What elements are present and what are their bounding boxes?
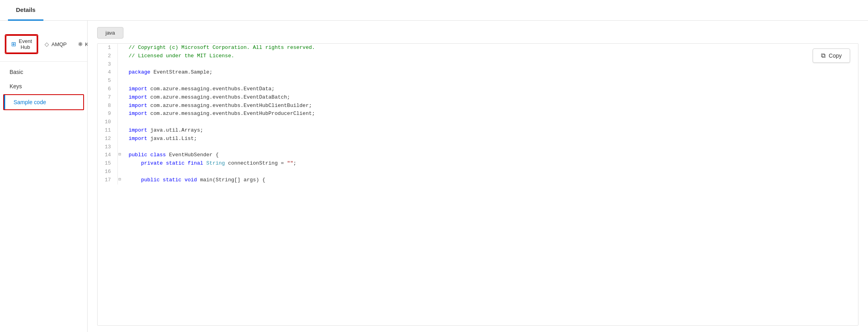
line-content: import com.azure.messaging.eventhubs.Eve… xyxy=(124,93,858,102)
table-row: 15 private static final String connectio… xyxy=(98,159,858,168)
line-number: 10 xyxy=(98,118,117,126)
code-scroll[interactable]: 1// Copyright (c) Microsoft Corporation.… xyxy=(98,44,858,325)
fold-indicator xyxy=(117,143,124,151)
line-content: import com.azure.messaging.eventhubs.Eve… xyxy=(124,110,858,118)
line-content: // Copyright (c) Microsoft Corporation. … xyxy=(124,44,858,52)
table-row: 14⊟public class EventHubSender { xyxy=(98,151,858,159)
main-layout: ⊞ Event Hub ◇ AMQP ❋ Kafka xyxy=(0,21,868,332)
table-row: 5 xyxy=(98,77,858,85)
line-number: 11 xyxy=(98,126,117,135)
line-content: public static void main(String[] args) { xyxy=(124,176,858,184)
line-number: 7 xyxy=(98,93,117,102)
table-row: 7import com.azure.messaging.eventhubs.Ev… xyxy=(98,93,858,102)
sidebar: ⊞ Event Hub ◇ AMQP ❋ Kafka xyxy=(0,21,88,332)
line-number: 3 xyxy=(98,60,117,69)
line-content: import com.azure.messaging.eventhubs.Eve… xyxy=(124,85,858,93)
table-row: 10 xyxy=(98,118,858,126)
line-number: 1 xyxy=(98,44,117,52)
line-number: 9 xyxy=(98,110,117,118)
content-area: java ⧉ Copy 1// Copyright (c) Microsoft … xyxy=(88,21,868,332)
table-row: 12import java.util.List; xyxy=(98,135,858,143)
amqp-button[interactable]: ◇ AMQP xyxy=(40,39,71,50)
line-content: private static final String connectionSt… xyxy=(124,159,858,168)
fold-indicator xyxy=(117,159,124,168)
fold-indicator xyxy=(117,85,124,93)
table-row: 9import com.azure.messaging.eventhubs.Ev… xyxy=(98,110,858,118)
line-number: 16 xyxy=(98,168,117,176)
protocol-section: ⊞ Event Hub ◇ AMQP ❋ Kafka xyxy=(0,27,87,62)
table-row: 4package EventStream.Sample; xyxy=(98,68,858,77)
fold-indicator xyxy=(117,110,124,118)
line-content xyxy=(124,118,858,126)
fold-indicator xyxy=(117,68,124,77)
line-content xyxy=(124,77,858,85)
event-hub-label: Event Hub xyxy=(19,38,32,50)
protocol-buttons: ⊞ Event Hub ◇ AMQP ❋ Kafka xyxy=(0,31,87,57)
event-hub-button[interactable]: ⊞ Event Hub xyxy=(6,35,37,53)
line-content: package EventStream.Sample; xyxy=(124,68,858,77)
fold-indicator[interactable]: ⊟ xyxy=(117,176,124,184)
line-content: import java.util.Arrays; xyxy=(124,126,858,135)
nav-item-basic[interactable]: Basic xyxy=(0,65,87,79)
fold-indicator xyxy=(117,102,124,110)
table-row: 6import com.azure.messaging.eventhubs.Ev… xyxy=(98,85,858,93)
fold-indicator xyxy=(117,44,124,52)
nav-item-sample-code[interactable]: Sample code xyxy=(4,95,83,109)
table-row: 3 xyxy=(98,60,858,69)
table-row: 2// Licensed under the MIT License. xyxy=(98,52,858,60)
fold-indicator xyxy=(117,126,124,135)
line-number: 4 xyxy=(98,68,117,77)
fold-indicator xyxy=(117,93,124,102)
line-number: 17 xyxy=(98,176,117,184)
line-content: public class EventHubSender { xyxy=(124,151,858,159)
fold-indicator xyxy=(117,60,124,69)
table-row: 17⊟ public static void main(String[] arg… xyxy=(98,176,858,184)
table-row: 16 xyxy=(98,168,858,176)
page-container: Details ⊞ Event Hub ◇ AMQP xyxy=(0,0,868,332)
event-hub-icon: ⊞ xyxy=(11,41,16,48)
tab-details[interactable]: Details xyxy=(8,0,43,21)
line-content xyxy=(124,168,858,176)
line-number: 5 xyxy=(98,77,117,85)
nav-item-keys[interactable]: Keys xyxy=(0,79,87,93)
copy-label: Copy xyxy=(829,52,842,59)
line-number: 13 xyxy=(98,143,117,151)
line-number: 15 xyxy=(98,159,117,168)
line-number: 8 xyxy=(98,102,117,110)
code-panel: ⧉ Copy 1// Copyright (c) Microsoft Corpo… xyxy=(97,43,858,326)
line-content: import java.util.List; xyxy=(124,135,858,143)
event-hub-highlight: ⊞ Event Hub xyxy=(5,34,38,54)
nav-items: Basic Keys Sample code xyxy=(0,62,87,114)
fold-indicator xyxy=(117,168,124,176)
line-number: 6 xyxy=(98,85,117,93)
lang-java-button[interactable]: java xyxy=(97,27,123,39)
fold-indicator xyxy=(117,135,124,143)
sample-code-highlight: Sample code xyxy=(3,94,84,110)
amqp-label: AMQP xyxy=(51,41,66,47)
table-row: 11import java.util.Arrays; xyxy=(98,126,858,135)
kafka-icon: ❋ xyxy=(78,41,83,47)
line-number: 12 xyxy=(98,135,117,143)
line-content: // Licensed under the MIT License. xyxy=(124,52,858,60)
line-content xyxy=(124,60,858,69)
lang-selector: java xyxy=(97,27,858,39)
header-tabs: Details xyxy=(0,0,868,21)
fold-indicator xyxy=(117,118,124,126)
table-row: 1// Copyright (c) Microsoft Corporation.… xyxy=(98,44,858,52)
line-content xyxy=(124,143,858,151)
amqp-icon: ◇ xyxy=(45,41,49,47)
copy-icon: ⧉ xyxy=(821,52,825,59)
code-table: 1// Copyright (c) Microsoft Corporation.… xyxy=(98,44,858,184)
line-content: import com.azure.messaging.eventhubs.Eve… xyxy=(124,102,858,110)
fold-indicator xyxy=(117,52,124,60)
fold-indicator[interactable]: ⊟ xyxy=(117,151,124,159)
table-row: 13 xyxy=(98,143,858,151)
line-number: 2 xyxy=(98,52,117,60)
copy-button[interactable]: ⧉ Copy xyxy=(813,49,850,63)
fold-indicator xyxy=(117,77,124,85)
table-row: 8import com.azure.messaging.eventhubs.Ev… xyxy=(98,102,858,110)
line-number: 14 xyxy=(98,151,117,159)
